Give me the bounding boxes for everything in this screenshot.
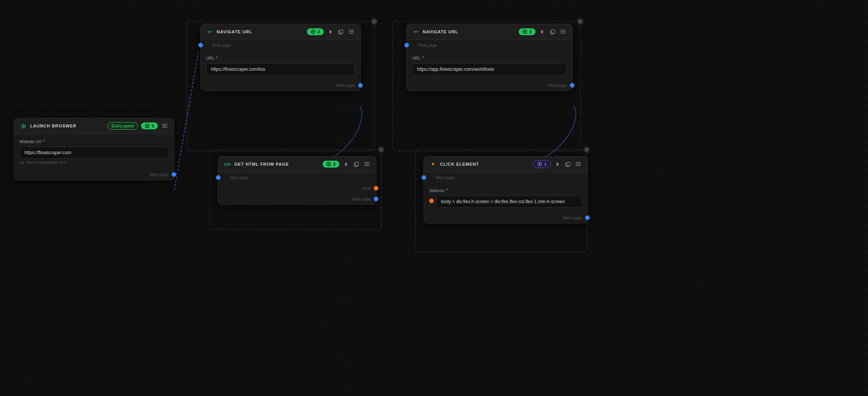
svg-rect-13 bbox=[560, 30, 566, 31]
navigate2-body: URL * bbox=[407, 51, 572, 80]
svg-rect-9 bbox=[349, 33, 354, 34]
launch-browser-header: ⊕ LAUNCH BROSWER Entry point 5 bbox=[14, 118, 174, 134]
navigate2-out-port: Web page bbox=[407, 80, 572, 91]
svg-rect-12 bbox=[552, 30, 555, 33]
link-icon-2: ↩ bbox=[412, 28, 420, 36]
svg-rect-19 bbox=[364, 162, 370, 163]
navigate-url-1-header: ↩ NAVIGATE URL 2 bbox=[201, 24, 360, 40]
get-html-trash-btn[interactable] bbox=[342, 161, 350, 168]
click-element-node: ✦ CLICK ELEMENT 1 Web page Selector * bbox=[423, 156, 588, 223]
svg-rect-8 bbox=[349, 31, 354, 32]
selector-input[interactable] bbox=[436, 196, 582, 208]
navigate2-out-dot[interactable] bbox=[570, 83, 574, 88]
selector-label: Selector * bbox=[429, 187, 582, 193]
svg-rect-18 bbox=[355, 162, 359, 166]
launch-browser-node: ⊕ LAUNCH BROSWER Entry point 5 Website U… bbox=[14, 118, 174, 180]
navigate1-url-input[interactable] bbox=[206, 63, 355, 75]
launch-out-port: Web page bbox=[14, 169, 174, 180]
svg-rect-15 bbox=[560, 33, 566, 34]
svg-rect-3 bbox=[162, 127, 167, 128]
website-url-label: Website Url * bbox=[19, 139, 169, 144]
navigate1-drag-btn[interactable] bbox=[347, 28, 355, 36]
svg-rect-14 bbox=[560, 31, 566, 32]
launch-count-badge: 5 bbox=[141, 122, 158, 129]
svg-rect-21 bbox=[364, 165, 370, 166]
navigate2-in-dot[interactable] bbox=[404, 43, 409, 47]
navigate-url-2-header: ↩ NAVIGATE URL 2 bbox=[407, 24, 572, 40]
get-html-node: </> GET HTML FROM PAGE 2 Web page Html bbox=[218, 156, 376, 205]
star-icon: ✦ bbox=[429, 160, 437, 168]
svg-rect-27 bbox=[576, 165, 581, 166]
navigate-url-node-1: ↩ NAVIGATE URL 2 Web page URL * bbox=[200, 24, 361, 91]
click-element-out-dot[interactable] bbox=[585, 215, 590, 220]
website-url-input[interactable]: https://flowscraper.com bbox=[19, 147, 169, 159]
click-element-body: Selector * bbox=[424, 183, 587, 212]
svg-rect-24 bbox=[567, 162, 570, 166]
launch-browser-title: LAUNCH BROSWER bbox=[30, 124, 104, 128]
get-html-html-port: Html bbox=[218, 183, 376, 194]
get-html-out-port: Web page bbox=[218, 194, 376, 204]
get-html-count-badge: 2 bbox=[323, 161, 339, 168]
code-icon: </> bbox=[224, 160, 231, 168]
get-html-header: </> GET HTML FROM PAGE 2 bbox=[218, 156, 376, 172]
click-element-title: CLICK ELEMENT bbox=[440, 162, 530, 166]
navigate1-body: URL * bbox=[201, 51, 360, 80]
launch-out-dot[interactable] bbox=[172, 172, 176, 177]
click-element-selector-dot[interactable] bbox=[429, 199, 434, 203]
get-html-out-dot[interactable] bbox=[374, 197, 378, 201]
click-element-header: ✦ CLICK ELEMENT 1 bbox=[424, 156, 587, 172]
click-element-in-dot[interactable] bbox=[422, 175, 426, 180]
navigate2-url-input[interactable] bbox=[412, 63, 567, 75]
navigate1-trash-btn[interactable] bbox=[327, 28, 334, 36]
get-html-copy-btn[interactable] bbox=[353, 161, 360, 168]
get-html-title: GET HTML FROM PAGE bbox=[234, 162, 320, 166]
click-element-out-port: Web page bbox=[424, 212, 587, 223]
close-group1[interactable]: × bbox=[371, 18, 377, 24]
svg-rect-6 bbox=[340, 30, 343, 33]
get-html-drag-btn[interactable] bbox=[363, 160, 371, 168]
get-html-in-dot[interactable] bbox=[216, 175, 221, 180]
svg-rect-1 bbox=[162, 124, 167, 125]
navigate-url-node-2: ↩ NAVIGATE URL 2 Web page URL * bbox=[406, 24, 573, 91]
svg-rect-2 bbox=[162, 125, 167, 126]
close-group3[interactable]: × bbox=[378, 147, 384, 153]
navigate-url-1-title: NAVIGATE URL bbox=[217, 29, 304, 34]
navigate1-url-label: URL * bbox=[206, 55, 355, 61]
globe-icon: ⊕ bbox=[19, 122, 27, 130]
navigate1-out-dot[interactable] bbox=[358, 83, 363, 88]
click-element-trash-btn[interactable] bbox=[554, 161, 561, 168]
entry-point-badge: Entry point bbox=[107, 122, 138, 130]
click-element-drag-btn[interactable] bbox=[574, 160, 582, 168]
navigate-url-2-title: NAVIGATE URL bbox=[423, 29, 516, 34]
get-html-in-port: Web page bbox=[218, 172, 376, 183]
navigate2-count-badge: 2 bbox=[519, 28, 535, 35]
navigate1-copy-btn[interactable] bbox=[337, 28, 344, 36]
click-element-copy-btn[interactable] bbox=[564, 161, 571, 168]
svg-rect-25 bbox=[576, 162, 581, 163]
close-group4[interactable]: × bbox=[584, 147, 590, 153]
navigate1-out-port: Web page bbox=[201, 80, 360, 91]
launch-browser-body: Website Url * https://flowscraper.com eg… bbox=[14, 134, 174, 169]
navigate1-in-dot[interactable] bbox=[198, 43, 203, 47]
navigate1-in-port: Web page bbox=[201, 40, 360, 51]
click-element-count-badge: 1 bbox=[533, 160, 551, 168]
close-group2[interactable]: × bbox=[577, 18, 583, 24]
navigate2-drag-btn[interactable] bbox=[559, 28, 567, 36]
svg-rect-20 bbox=[364, 164, 370, 165]
website-url-hint: eg: https://www.google.com bbox=[19, 160, 169, 165]
svg-rect-7 bbox=[349, 30, 354, 31]
link-icon-1: ↩ bbox=[206, 28, 214, 36]
navigate2-copy-btn[interactable] bbox=[549, 28, 556, 36]
navigate2-url-label: URL * bbox=[412, 55, 567, 61]
svg-rect-26 bbox=[576, 164, 581, 165]
click-element-in-port: Web page bbox=[424, 172, 587, 183]
navigate1-count-badge: 2 bbox=[307, 28, 324, 35]
navigate2-trash-btn[interactable] bbox=[539, 28, 546, 36]
navigate2-in-port: Web page bbox=[407, 40, 572, 51]
get-html-html-dot[interactable] bbox=[374, 186, 378, 191]
launch-drag-btn[interactable] bbox=[161, 122, 169, 130]
